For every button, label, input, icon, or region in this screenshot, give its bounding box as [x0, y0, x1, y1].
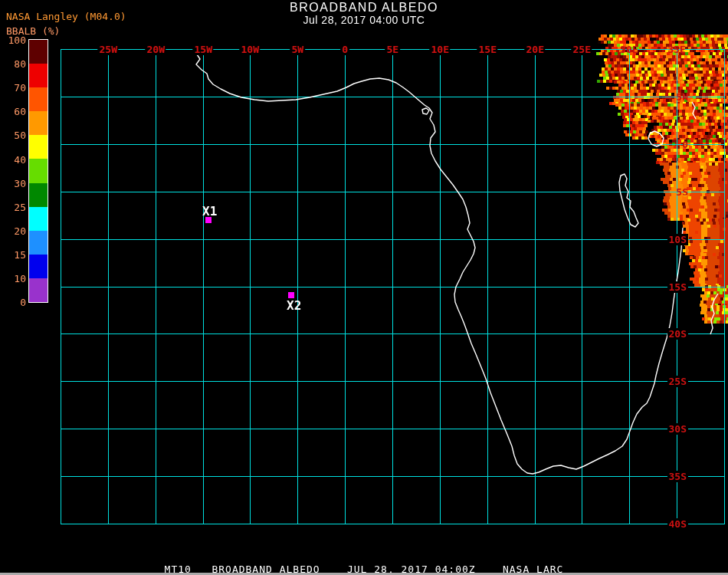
lon-label-5E: 5E: [385, 44, 400, 55]
colorbar-segment: [29, 231, 48, 255]
marker-point-X2: [288, 292, 294, 298]
lat-label-30S: 30S: [667, 423, 688, 435]
colorbar-segment: [29, 278, 48, 302]
lat-label-35S: 35S: [667, 471, 688, 482]
colorbar-segment: [29, 255, 48, 278]
colorbar-tick-70: 70: [3, 82, 26, 94]
lon-label-25E: 25E: [571, 44, 592, 55]
colorbar-segment: [29, 159, 48, 182]
colorbar-tick-20: 20: [3, 225, 26, 237]
lon-label-0: 0: [340, 44, 349, 55]
colorbar-tick-0: 0: [3, 297, 26, 308]
colorbar-tick-60: 60: [3, 106, 26, 117]
colorbar-segment: [29, 183, 48, 207]
colorbar-tick-15: 15: [3, 249, 26, 261]
lon-label-20W: 20W: [145, 44, 166, 55]
colorbar: [28, 39, 48, 303]
colorbar-segment: [29, 111, 48, 135]
colorbar-tick-10: 10: [3, 273, 26, 284]
lon-label-35E: 35E: [667, 44, 685, 55]
colorbar-tick-100: 100: [3, 34, 26, 46]
lon-label-30E: 30E: [620, 44, 638, 55]
lon-label-15W: 15W: [192, 44, 213, 55]
colorbar-segment: [29, 87, 48, 111]
lat-label-5S: 5S: [676, 186, 688, 198]
lat-label-25S: 25S: [667, 376, 688, 387]
lat-label-15S: 15S: [667, 281, 688, 293]
lon-label-10E: 10E: [429, 44, 450, 55]
lon-label-20E: 20E: [524, 44, 545, 55]
lon-label-15E: 15E: [477, 44, 497, 55]
lon-label-25W: 25W: [97, 44, 118, 55]
colorbar-tick-40: 40: [3, 154, 26, 166]
lon-label-10W: 10W: [239, 44, 260, 55]
albedo-map-screen: BROADBAND ALBEDO Jul 28, 2017 04:00 UTC …: [0, 0, 728, 575]
colorbar-tick-50: 50: [3, 130, 26, 141]
lat-label-10S: 10S: [667, 234, 688, 245]
colorbar-tick-80: 80: [3, 58, 26, 70]
lat-label-20S: 20S: [667, 328, 688, 340]
colorbar-tick-25: 25: [3, 202, 26, 213]
lat-label-0: 0: [682, 139, 688, 150]
nasa-langley-credit: NASA Langley (M04.0): [6, 11, 126, 22]
colorbar-segment: [29, 135, 48, 159]
colorbar-segment: [29, 40, 48, 64]
lat-label-40S: 40S: [667, 518, 688, 530]
lat-label-5N: 5N: [676, 91, 688, 103]
lon-label-5W: 5W: [290, 44, 305, 55]
marker-label-X1: X1: [202, 204, 217, 219]
colorbar-tick-30: 30: [3, 178, 26, 189]
marker-label-X2: X2: [287, 298, 301, 313]
map-canvas: [0, 0, 728, 575]
colorbar-segment: [29, 207, 48, 231]
colorbar-segment: [29, 64, 48, 87]
